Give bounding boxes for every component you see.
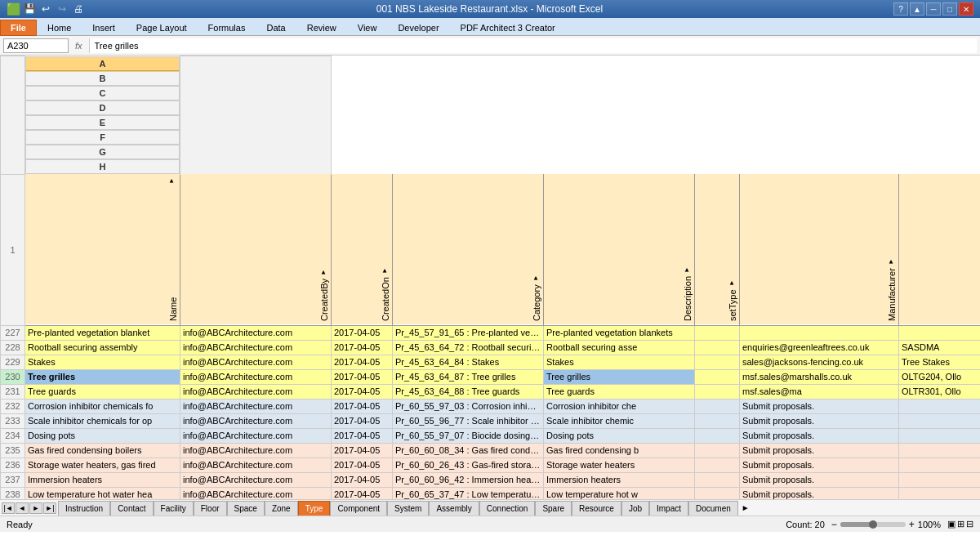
cell-237-d[interactable]: Pr_60_60_96_42 : Immersion heaters xyxy=(393,472,544,487)
page-break-view-btn[interactable]: ⊟ xyxy=(966,519,973,529)
row-num-228[interactable]: 228 xyxy=(1,340,25,355)
tab-insert[interactable]: Insert xyxy=(82,19,126,35)
cell-238-d[interactable]: Pr_60_65_37_47 : Low temperature hot wa xyxy=(393,487,544,499)
sheet-tab-zone[interactable]: Zone xyxy=(265,501,298,516)
cell-229-e[interactable]: Stakes xyxy=(544,355,695,369)
cell-230-e[interactable]: Tree grilles xyxy=(544,369,695,384)
cell-237-g[interactable]: Submit proposals. xyxy=(740,472,899,487)
maximize-btn[interactable]: □ xyxy=(942,2,957,16)
cell-233-h[interactable] xyxy=(899,413,981,428)
row-num-236[interactable]: 236 xyxy=(1,458,25,472)
col-header-G[interactable]: G xyxy=(25,145,180,159)
row-num-233[interactable]: 233 xyxy=(1,413,25,428)
cell-229-c[interactable]: 2017-04-05 xyxy=(332,355,393,369)
close-btn[interactable]: ✕ xyxy=(959,2,973,16)
formula-input[interactable] xyxy=(89,38,977,53)
col-header-H[interactable]: H xyxy=(25,159,180,174)
cell-232-f[interactable] xyxy=(695,399,740,413)
row-num-227[interactable]: 227 xyxy=(1,325,25,340)
cell-229-d[interactable]: Pr_45_63_64_84 : Stakes xyxy=(393,355,544,369)
cell-236-d[interactable]: Pr_60_60_26_43 : Gas-fired storage water xyxy=(393,458,544,472)
cell-235-c[interactable]: 2017-04-05 xyxy=(332,443,393,458)
tab-pdf-architect[interactable]: PDF Architect 3 Creator xyxy=(450,19,566,35)
help-icon[interactable]: ? xyxy=(893,2,908,16)
ribbon-collapse-btn[interactable]: ▲ xyxy=(910,2,924,16)
cell-235-h[interactable] xyxy=(899,443,981,458)
cell-230-a[interactable]: Tree grilles xyxy=(25,369,180,384)
zoom-slider[interactable] xyxy=(840,522,906,527)
tab-formulas[interactable]: Formulas xyxy=(198,19,256,35)
cell-236-c[interactable]: 2017-04-05 xyxy=(332,458,393,472)
cell-227-f[interactable] xyxy=(695,325,740,340)
cell-231-h[interactable]: OLTR301, Ollo xyxy=(899,384,981,399)
sheet-tab-type[interactable]: Type xyxy=(298,501,331,516)
sheet-nav-prev[interactable]: ◄ xyxy=(16,502,29,514)
cell-235-b[interactable]: info@ABCArchitecture.com xyxy=(180,443,332,458)
cell-227-b[interactable]: info@ABCArchitecture.com xyxy=(180,325,332,340)
row-num-235[interactable]: 235 xyxy=(1,443,25,458)
cell-227-e[interactable]: Pre-planted vegetation blankets xyxy=(544,325,695,340)
cell-231-c[interactable]: 2017-04-05 xyxy=(332,384,393,399)
sheet-tab-resource[interactable]: Resource xyxy=(572,501,621,516)
row-num-230[interactable]: 230 xyxy=(1,369,25,384)
cell-230-h[interactable]: OLTG204, Ollo xyxy=(899,369,981,384)
save-icon[interactable]: 💾 xyxy=(22,2,37,16)
cell-238-b[interactable]: info@ABCArchitecture.com xyxy=(180,487,332,499)
cell-234-g[interactable]: Submit proposals. xyxy=(740,428,899,443)
sheet-tab-connection[interactable]: Connection xyxy=(479,501,536,516)
cell-236-f[interactable] xyxy=(695,458,740,472)
cell-233-d[interactable]: Pr_60_55_96_77 : Scale inhibitor chemica… xyxy=(393,413,544,428)
sheet-tab-document[interactable]: Documen xyxy=(688,501,738,516)
cell-233-e[interactable]: Scale inhibitor chemic xyxy=(544,413,695,428)
cell-231-b[interactable]: info@ABCArchitecture.com xyxy=(180,384,332,399)
col-header-A[interactable]: A xyxy=(25,56,180,71)
cell-238-f[interactable] xyxy=(695,487,740,499)
print-icon[interactable]: 🖨 xyxy=(71,2,86,16)
cell-232-d[interactable]: Pr_60_55_97_03 : Corrosion inhibitor che… xyxy=(393,399,544,413)
row-num-229[interactable]: 229 xyxy=(1,355,25,369)
cell-233-a[interactable]: Scale inhibitor chemicals for op xyxy=(25,413,180,428)
cell-231-d[interactable]: Pr_45_63_64_88 : Tree guards xyxy=(393,384,544,399)
cell-238-a[interactable]: Low temperature hot water hea xyxy=(25,487,180,499)
cell-229-b[interactable]: info@ABCArchitecture.com xyxy=(180,355,332,369)
cell-228-d[interactable]: Pr_45_63_64_72 : Rootball securing frame… xyxy=(393,340,544,355)
cell-233-f[interactable] xyxy=(695,413,740,428)
cell-230-g[interactable]: msf.sales@marshalls.co.uk xyxy=(740,369,899,384)
sheet-nav-first[interactable]: |◄ xyxy=(2,502,15,514)
sheet-tab-system[interactable]: System xyxy=(387,501,429,516)
cell-234-b[interactable]: info@ABCArchitecture.com xyxy=(180,428,332,443)
cell-227-a[interactable]: Pre-planted vegetation blanket xyxy=(25,325,180,340)
tab-page-layout[interactable]: Page Layout xyxy=(126,19,198,35)
cell-238-g[interactable]: Submit proposals. xyxy=(740,487,899,499)
cell-232-c[interactable]: 2017-04-05 xyxy=(332,399,393,413)
row-num-232[interactable]: 232 xyxy=(1,399,25,413)
cell-232-h[interactable] xyxy=(899,399,981,413)
cell-233-b[interactable]: info@ABCArchitecture.com xyxy=(180,413,332,428)
cell-227-h[interactable] xyxy=(899,325,981,340)
cell-233-c[interactable]: 2017-04-05 xyxy=(332,413,393,428)
cell-234-a[interactable]: Dosing pots xyxy=(25,428,180,443)
col-header-D[interactable]: D xyxy=(25,100,180,115)
cell-230-d[interactable]: Pr_45_63_64_87 : Tree grilles xyxy=(393,369,544,384)
sheet-tab-assembly[interactable]: Assembly xyxy=(429,501,479,516)
zoom-out-btn[interactable]: − xyxy=(831,519,837,530)
cell-229-g[interactable]: sales@jacksons-fencing.co.uk xyxy=(740,355,899,369)
page-layout-view-btn[interactable]: ⊞ xyxy=(957,519,964,529)
cell-238-e[interactable]: Low temperature hot w xyxy=(544,487,695,499)
cell-228-h[interactable]: SASDMA xyxy=(899,340,981,355)
cell-231-a[interactable]: Tree guards xyxy=(25,384,180,399)
cell-230-c[interactable]: 2017-04-05 xyxy=(332,369,393,384)
cell-232-e[interactable]: Corrosion inhibitor che xyxy=(544,399,695,413)
cell-236-a[interactable]: Storage water heaters, gas fired xyxy=(25,458,180,472)
cell-234-f[interactable] xyxy=(695,428,740,443)
col-header-B[interactable]: B xyxy=(25,71,180,86)
cell-228-f[interactable] xyxy=(695,340,740,355)
sheet-nav-next[interactable]: ► xyxy=(29,502,42,514)
cell-238-h[interactable] xyxy=(899,487,981,499)
cell-228-g[interactable]: enquiries@greenleaftrees.co.uk xyxy=(740,340,899,355)
cell-235-f[interactable] xyxy=(695,443,740,458)
cell-237-a[interactable]: Immersion heaters xyxy=(25,472,180,487)
cell-228-a[interactable]: Rootball securing assembly xyxy=(25,340,180,355)
cell-228-c[interactable]: 2017-04-05 xyxy=(332,340,393,355)
sheet-tab-space[interactable]: Space xyxy=(227,501,265,516)
